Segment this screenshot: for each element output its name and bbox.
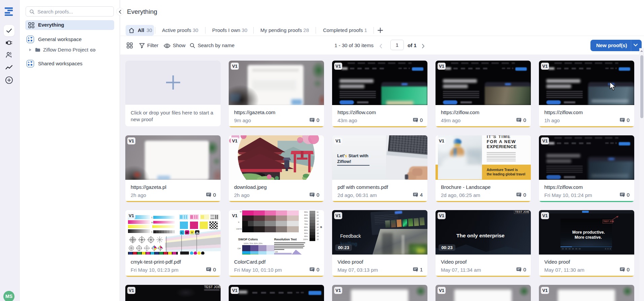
svg-text:85%: 85% xyxy=(304,229,308,231)
svg-text:80%: 80% xyxy=(304,226,308,228)
svg-text:M: M xyxy=(240,211,242,213)
svg-text:75%: 75% xyxy=(304,223,308,225)
svg-text:100%: 100% xyxy=(303,238,308,240)
svg-text:65%: 65% xyxy=(304,217,308,219)
svg-text:CM: CM xyxy=(237,247,240,249)
svg-text:16: 16 xyxy=(317,226,319,228)
svg-text:B: B xyxy=(320,226,322,228)
svg-text:12: 12 xyxy=(317,214,319,216)
svg-text:20: 20 xyxy=(317,238,319,240)
svg-text:M: M xyxy=(151,222,153,224)
svg-text:11: 11 xyxy=(317,211,319,213)
svg-text:C: C xyxy=(151,216,153,219)
svg-text:55%: 55% xyxy=(304,211,308,213)
svg-text:95%: 95% xyxy=(304,235,308,237)
svg-text:18: 18 xyxy=(317,232,319,234)
svg-text:K: K xyxy=(238,221,239,223)
svg-text:100% 75% 50% 25%: 100% 75% 50% 25% xyxy=(244,242,263,244)
svg-text:C: C xyxy=(181,231,183,234)
svg-text:15: 15 xyxy=(317,223,319,225)
svg-text:CMYK: CMYK xyxy=(236,228,242,230)
svg-text:17: 17 xyxy=(317,229,319,231)
svg-text:19: 19 xyxy=(317,235,319,237)
svg-text:SWOP Colors: SWOP Colors xyxy=(238,238,258,241)
svg-text:CM: CM xyxy=(275,251,278,253)
svg-text:70%: 70% xyxy=(304,220,308,222)
svg-text:M: M xyxy=(186,231,188,234)
svg-text:K: K xyxy=(151,231,153,233)
svg-text:13: 13 xyxy=(317,217,319,219)
svg-text:90%: 90% xyxy=(304,232,308,234)
svg-text:Resolution Test: Resolution Test xyxy=(274,238,297,241)
svg-text:14: 14 xyxy=(317,220,319,222)
svg-text:60%: 60% xyxy=(304,214,308,216)
